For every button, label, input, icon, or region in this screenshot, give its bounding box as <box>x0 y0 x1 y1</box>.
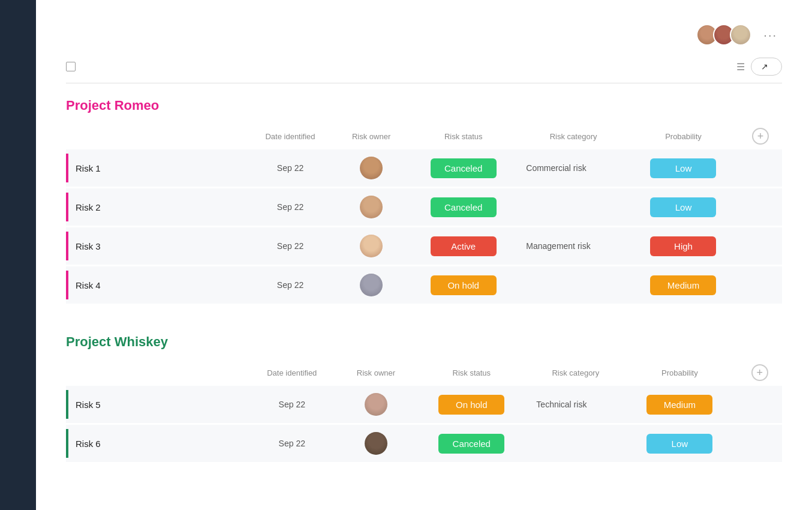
status-badge: On hold <box>438 395 504 415</box>
status-badge: Canceled <box>431 158 497 178</box>
table-row[interactable]: Risk 1Sep 22CanceledCommercial riskLow <box>66 149 782 188</box>
owner-avatar <box>360 196 383 218</box>
section-title-romeo: Project Romeo <box>66 98 782 113</box>
risk-category <box>519 188 628 227</box>
risk-name-cell: Risk 5 <box>66 386 246 424</box>
risk-table-romeo: Date identifiedRisk ownerRisk statusRisk… <box>66 123 782 305</box>
col-header-name <box>66 123 246 149</box>
risk-category: Management risk <box>519 227 628 266</box>
table-view-icon <box>66 62 76 71</box>
probability-badge: Low <box>650 158 716 178</box>
risk-bar <box>66 429 68 458</box>
risk-date: Sep 22 <box>246 149 335 188</box>
risk-name-label: Risk 3 <box>76 241 101 251</box>
risk-name-cell: Risk 2 <box>66 188 246 227</box>
risk-status-cell: Canceled <box>408 188 519 227</box>
main-content: ··· ☰ ↗ Project RomeoDate identifiedRisk… <box>36 0 812 510</box>
table-row[interactable]: Risk 2Sep 22CanceledLow <box>66 188 782 227</box>
risk-date: Sep 22 <box>246 424 338 463</box>
add-col-empty <box>739 266 782 305</box>
risk-status-cell: On hold <box>414 386 529 424</box>
col-header-name <box>66 359 246 386</box>
risk-bar <box>66 271 68 299</box>
avatar-3 <box>730 24 751 46</box>
add-col-empty <box>739 188 782 227</box>
risk-date: Sep 22 <box>246 227 335 266</box>
risk-name-label: Risk 1 <box>76 163 101 173</box>
col-header-date: Date identified <box>246 123 335 149</box>
col-header-status: Risk status <box>414 359 529 386</box>
more-options-button[interactable]: ··· <box>759 26 782 44</box>
risk-status-cell: Canceled <box>414 424 529 463</box>
collaborator-avatars <box>696 24 751 46</box>
probability-badge: Medium <box>650 275 716 295</box>
risk-name-label: Risk 4 <box>76 280 101 290</box>
add-col-empty <box>739 149 782 188</box>
table-row[interactable]: Risk 5Sep 22On holdTechnical riskMedium <box>66 386 782 424</box>
risk-owner-cell <box>335 227 408 266</box>
add-col-empty <box>739 227 782 266</box>
risk-probability-cell: Low <box>622 424 737 463</box>
probability-badge: Low <box>646 434 712 454</box>
risk-status-cell: Canceled <box>408 149 519 188</box>
status-badge: Active <box>431 236 497 256</box>
table-view-button[interactable] <box>66 62 80 71</box>
table-row[interactable]: Risk 4Sep 22On holdMedium <box>66 266 782 305</box>
risk-name-label: Risk 5 <box>76 400 101 410</box>
probability-badge: Medium <box>646 395 712 415</box>
risk-probability-cell: Medium <box>628 266 739 305</box>
risk-probability-cell: Low <box>628 149 739 188</box>
owner-avatar <box>365 393 387 416</box>
risk-date: Sep 22 <box>246 266 335 305</box>
col-header-category: Risk category <box>529 359 622 386</box>
col-header-probability: Probability <box>622 359 737 386</box>
risk-owner-cell <box>338 424 414 463</box>
risk-status-cell: On hold <box>408 266 519 305</box>
col-header-owner: Risk owner <box>338 359 414 386</box>
table-row[interactable]: Risk 3Sep 22ActiveManagement riskHigh <box>66 227 782 266</box>
col-header-status: Risk status <box>408 123 519 149</box>
share-icon: ↗ <box>761 62 768 71</box>
status-badge: Canceled <box>431 197 497 217</box>
header-row: ··· <box>66 24 782 46</box>
col-header-owner: Risk owner <box>335 123 408 149</box>
risk-name-label: Risk 6 <box>76 439 101 449</box>
owner-avatar <box>365 432 387 455</box>
sidebar <box>0 0 36 510</box>
add-col-empty <box>737 386 782 424</box>
toolbar-right: ☰ ↗ <box>736 58 782 76</box>
risk-bar <box>66 193 68 221</box>
section-whiskey: Project WhiskeyDate identifiedRisk owner… <box>66 334 782 464</box>
risk-probability-cell: High <box>628 227 739 266</box>
table-row[interactable]: Risk 6Sep 22CanceledLow <box>66 424 782 463</box>
risk-date: Sep 22 <box>246 386 338 424</box>
risk-owner-cell <box>335 149 408 188</box>
owner-avatar <box>360 157 383 179</box>
col-header-date: Date identified <box>246 359 338 386</box>
add-column-button[interactable]: + <box>751 364 768 381</box>
probability-badge: Low <box>650 197 716 217</box>
section-romeo: Project RomeoDate identifiedRisk ownerRi… <box>66 98 782 305</box>
add-col-empty <box>737 424 782 463</box>
add-column-button[interactable]: + <box>752 128 769 145</box>
col-header-probability: Probability <box>628 123 739 149</box>
risk-name-cell: Risk 6 <box>66 424 246 463</box>
owner-avatar <box>360 235 383 257</box>
share-button[interactable]: ↗ <box>751 58 782 76</box>
filter-icon[interactable]: ☰ <box>736 61 745 73</box>
risk-name-label: Risk 2 <box>76 202 101 212</box>
risk-name-cell: Risk 1 <box>66 149 246 188</box>
risk-table-whiskey: Date identifiedRisk ownerRisk statusRisk… <box>66 359 782 464</box>
toolbar: ☰ ↗ <box>66 58 782 83</box>
risk-owner-cell <box>338 386 414 424</box>
status-badge: On hold <box>431 275 497 295</box>
risk-category <box>529 424 622 463</box>
risk-date: Sep 22 <box>246 188 335 227</box>
risk-status-cell: Active <box>408 227 519 266</box>
risk-owner-cell <box>335 266 408 305</box>
sections-container: Project RomeoDate identifiedRisk ownerRi… <box>66 98 782 464</box>
risk-bar <box>66 232 68 260</box>
risk-name-cell: Risk 3 <box>66 227 246 266</box>
header-right: ··· <box>696 24 782 46</box>
risk-category <box>519 266 628 305</box>
